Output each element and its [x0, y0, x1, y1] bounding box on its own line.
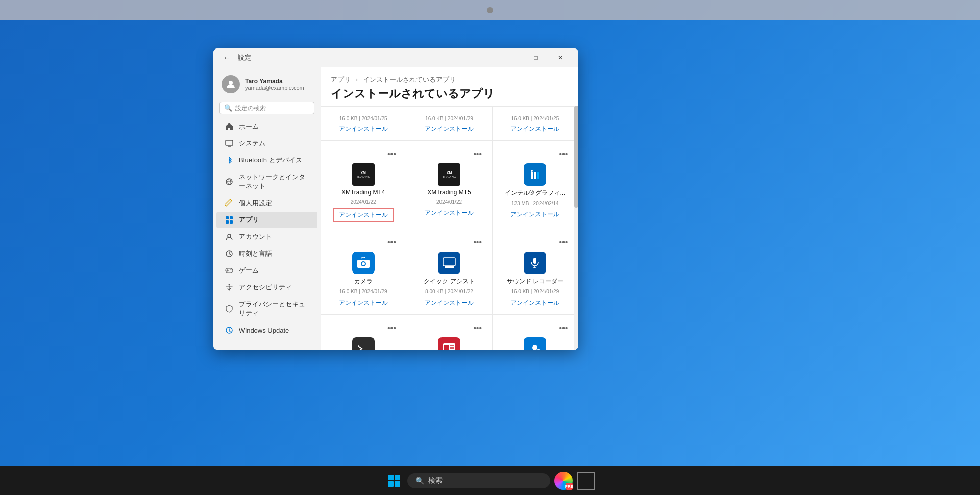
- sidebar-item-time[interactable]: 時刻と言語: [216, 245, 317, 262]
- nav-label-accessibility: アクセシビリティ: [239, 283, 292, 292]
- app-size-date: 2024/01/22: [436, 199, 462, 205]
- sidebar-item-windows-update[interactable]: Windows Update: [216, 322, 317, 338]
- app-name: XMTrading MT5: [427, 189, 471, 196]
- app-size-date: 16.0 KB | 2024/01/29: [511, 289, 559, 294]
- uninstall-button[interactable]: アンインストール: [337, 123, 390, 134]
- sidebar-item-gaming[interactable]: ゲーム: [216, 262, 317, 279]
- app-more-button[interactable]: •••: [557, 322, 570, 334]
- apps-grid-container[interactable]: 16.0 KB | 2024/01/25 アンインストール 16.0 KB | …: [321, 106, 578, 350]
- scrollbar-track[interactable]: [574, 106, 578, 350]
- svg-point-7: [228, 234, 231, 237]
- svg-rect-19: [444, 345, 449, 350]
- svg-rect-3: [226, 216, 229, 219]
- app-card: ••• フィードバック Hub 16.0 KB | 2024/01/25 アンイ…: [493, 315, 578, 350]
- taskbar-search[interactable]: 🔍 検索: [407, 473, 550, 488]
- uninstall-button[interactable]: アンインストール: [508, 209, 561, 220]
- app-more-button[interactable]: •••: [472, 148, 484, 160]
- app-card-header: •••: [501, 322, 570, 334]
- app-more-button[interactable]: •••: [385, 322, 398, 334]
- app-icon: [524, 252, 546, 274]
- app-more-button[interactable]: •••: [472, 322, 484, 334]
- uninstall-button[interactable]: アンインストール: [508, 298, 561, 308]
- svg-rect-6: [230, 220, 233, 224]
- nav-icon-time: [225, 249, 234, 258]
- uninstall-button[interactable]: アンインストール: [337, 298, 390, 308]
- app-name: カメラ: [354, 277, 373, 286]
- nav-icon-system: [225, 139, 234, 148]
- user-info: Taro Yamada yamada@example.com: [245, 78, 304, 91]
- app-name: サウンド レコーダー: [507, 277, 564, 286]
- app-more-button[interactable]: •••: [557, 148, 570, 160]
- window-controls: － □ ✕: [500, 50, 572, 66]
- nav-icon-windows-update: [225, 326, 234, 335]
- app-icon: [524, 163, 546, 186]
- app-more-button[interactable]: •••: [557, 236, 570, 249]
- app-size-date: 2024/01/22: [351, 199, 376, 205]
- page-title: インストールされているアプリ: [331, 86, 568, 102]
- uninstall-button[interactable]: アンインストール: [423, 123, 476, 134]
- nav-label-windows-update: Windows Update: [239, 327, 289, 334]
- sidebar-item-system[interactable]: システム: [216, 135, 317, 152]
- back-button[interactable]: ←: [219, 51, 234, 65]
- app-card-header: •••: [329, 236, 398, 249]
- sidebar-item-accounts[interactable]: アカウント: [216, 229, 317, 245]
- nav-icon-privacy: [225, 304, 234, 313]
- sidebar-item-bluetooth[interactable]: Bluetooth とデバイス: [216, 152, 317, 168]
- app-card: ••• XM TRADING XMTrading MT5 2024/01/22 …: [406, 141, 492, 229]
- app-icon: [438, 337, 460, 350]
- sidebar-item-home[interactable]: ホーム: [216, 118, 317, 135]
- app-name: インテル® グラフィ...: [505, 189, 565, 197]
- maximize-button[interactable]: □: [524, 50, 548, 66]
- nav-icon-apps: [225, 215, 234, 225]
- svg-point-21: [536, 349, 541, 350]
- app-card: ••• ニュース 16.0 KB | 2024/01/25 アンインストール: [406, 315, 492, 350]
- nav-label-home: ホーム: [239, 122, 259, 131]
- search-input[interactable]: [235, 105, 310, 112]
- nav-icon-accounts: [225, 232, 234, 241]
- nav-label-accounts: アカウント: [239, 232, 272, 241]
- app-card: ••• XM TRADING XMTrading MT4 2024/01/22 …: [321, 141, 406, 229]
- user-profile: Taro Yamada yamada@example.com: [213, 71, 321, 100]
- start-button[interactable]: [385, 472, 403, 490]
- top-bar-dot: [487, 7, 493, 13]
- app-more-button[interactable]: •••: [472, 236, 484, 249]
- app-size-date: 8.00 KB | 2024/01/22: [425, 289, 473, 294]
- sidebar-item-apps[interactable]: アプリ: [216, 212, 317, 228]
- svg-rect-4: [230, 216, 233, 219]
- app-card: 16.0 KB | 2024/01/25 アンインストール: [493, 106, 578, 141]
- app-card: ••• サウンド レコーダー 16.0 KB | 2024/01/29 アンイン…: [493, 229, 578, 315]
- uninstall-button[interactable]: アンインストール: [423, 208, 476, 218]
- svg-rect-1: [226, 140, 233, 145]
- nav-label-system: システム: [239, 139, 265, 148]
- nav-icon-bluetooth: [225, 156, 234, 165]
- close-button[interactable]: ✕: [549, 50, 572, 66]
- minimize-button[interactable]: －: [500, 50, 523, 66]
- svg-rect-16: [445, 266, 454, 268]
- window-title: 設定: [238, 53, 496, 62]
- sidebar-item-accessibility[interactable]: アクセシビリティ: [216, 279, 317, 295]
- avatar: [222, 75, 240, 93]
- app-more-button[interactable]: •••: [385, 148, 398, 160]
- nav-label-gaming: ゲーム: [239, 266, 259, 275]
- nav-list: ホームシステムBluetooth とデバイスネットワークとインターネット個人用設…: [213, 118, 321, 338]
- app-card: ••• インテル® グラフィ... 123 MB | 2024/02/14 アン…: [493, 141, 578, 229]
- uninstall-button[interactable]: アンインストール: [333, 208, 394, 222]
- content-header: アプリ › インストールされているアプリ インストールされているアプリ: [321, 67, 578, 106]
- nav-label-bluetooth: Bluetooth とデバイス: [239, 156, 302, 165]
- uninstall-button[interactable]: アンインストール: [508, 123, 561, 134]
- topaz-icon[interactable]: PRE: [554, 472, 573, 490]
- sidebar: Taro Yamada yamada@example.com 🔍 ホームシステム…: [213, 67, 321, 350]
- taskbar-square-icon[interactable]: [577, 472, 595, 490]
- breadcrumb: アプリ › インストールされているアプリ: [331, 75, 568, 84]
- uninstall-button[interactable]: アンインストール: [423, 298, 476, 308]
- taskbar-search-text: 検索: [428, 476, 443, 485]
- search-box[interactable]: 🔍: [219, 102, 314, 114]
- scrollbar-thumb[interactable]: [574, 106, 578, 208]
- app-more-button[interactable]: •••: [385, 236, 398, 249]
- app-card: ••• クイック アシスト 8.00 KB | 2024/01/22 アンインス…: [406, 229, 492, 315]
- sidebar-item-personalization[interactable]: 個人用設定: [216, 195, 317, 211]
- sidebar-item-privacy[interactable]: プライバシーとセキュリティ: [216, 296, 317, 321]
- sidebar-item-network[interactable]: ネットワークとインターネット: [216, 169, 317, 194]
- svg-point-0: [229, 81, 233, 85]
- settings-window: ← 設定 － □ ✕ T: [213, 48, 578, 350]
